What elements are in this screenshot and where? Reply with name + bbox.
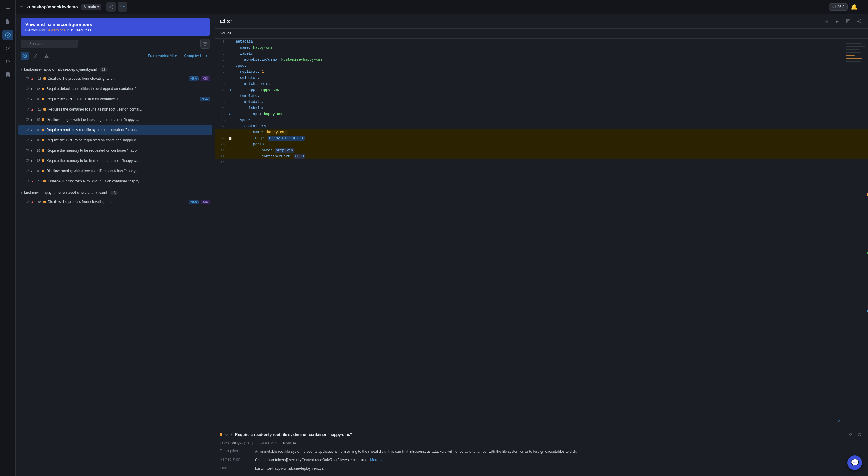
error-count: 0 errors bbox=[25, 28, 38, 32]
svg-rect-23 bbox=[846, 61, 861, 62]
issue-text: Disallow running with a low group ID on … bbox=[48, 179, 210, 183]
nav-forward-button[interactable]: ▶ bbox=[833, 17, 841, 25]
svg-rect-18 bbox=[846, 54, 858, 54]
code-area[interactable]: 3 metadata: 4 name: happy-cms 5 labels: bbox=[215, 39, 868, 425]
location-row: Location kustomize-happy-cms/base/deploy… bbox=[220, 466, 863, 471]
summary-in: in bbox=[66, 28, 69, 32]
file-view-icon[interactable] bbox=[844, 17, 852, 25]
notification-icon[interactable]: 🔔 bbox=[851, 4, 858, 10]
issue-item[interactable]: 🛡 ▾ 18 Require the CPU to be requested o… bbox=[18, 135, 212, 145]
scan-button[interactable] bbox=[21, 52, 29, 60]
code-line: 10 matchLabels: bbox=[215, 81, 868, 87]
check-circle-icon[interactable] bbox=[2, 30, 13, 40]
arrow-down-icon: ▾ bbox=[31, 98, 32, 101]
group-by-button[interactable]: Group by file ▾ bbox=[182, 53, 210, 59]
code-line: 7 spec: bbox=[215, 63, 868, 69]
hamburger-icon[interactable]: ☰ bbox=[19, 4, 24, 10]
issue-item[interactable]: 🛡 ▾ 18 Disallow running with a low user … bbox=[18, 166, 212, 176]
menu-icon[interactable]: ☰ bbox=[2, 3, 13, 14]
frameworks-filter-button[interactable]: Frameworks: All ▾ bbox=[146, 53, 179, 59]
code-lines: 3 metadata: 4 name: happy-cms 5 labels: bbox=[215, 39, 868, 165]
content-row: View and fix misconfigurations 0 errors … bbox=[16, 14, 868, 476]
branch-name: main bbox=[88, 5, 96, 9]
search-input[interactable] bbox=[21, 39, 78, 48]
svg-point-6 bbox=[857, 21, 858, 22]
issue-number: 18 bbox=[34, 138, 40, 142]
issue-number: 18 bbox=[34, 97, 40, 101]
issue-item[interactable]: 🛡 ▲ 18 Disallow the process from elevati… bbox=[18, 73, 212, 84]
cis-badge: CIS bbox=[201, 200, 210, 204]
code-line-highlighted: 18 - name: happy-cms bbox=[215, 129, 868, 135]
panel-summary: 0 errors and 74 warnings in 15 resources bbox=[25, 28, 205, 32]
tab-source[interactable]: Source bbox=[215, 29, 236, 38]
shield-icon: 🛡 bbox=[25, 118, 29, 122]
left-panel: View and fix misconfigurations 0 errors … bbox=[16, 14, 215, 476]
svg-point-3 bbox=[112, 8, 113, 9]
git-branch-icon[interactable] bbox=[2, 43, 13, 54]
issue-text: Require the CPU to be limited on contain… bbox=[46, 97, 197, 101]
issue-item-selected[interactable]: 🛡 ▾ 18 Require a read-only root file sys… bbox=[18, 125, 212, 135]
description-value: An immutable root file system prevents a… bbox=[255, 449, 863, 454]
chat-bubble[interactable]: 💬 bbox=[847, 455, 862, 470]
file-chevron-icon: ▾ bbox=[21, 67, 22, 71]
filter-button[interactable] bbox=[200, 39, 210, 49]
issue-item[interactable]: 🛡 ▲ 18 Disallow running with a low group… bbox=[18, 176, 212, 186]
chat-icon: 💬 bbox=[851, 459, 859, 467]
issue-item[interactable]: 🛡 ▾ 18 Require default capabilities to b… bbox=[18, 84, 212, 94]
file-count: 11 bbox=[100, 67, 107, 71]
issue-item[interactable]: 🛡 ▲ 53 Disallow the process from elevati… bbox=[18, 197, 212, 207]
code-line: 16 spec: bbox=[215, 117, 868, 123]
svg-rect-22 bbox=[846, 60, 864, 60]
code-line: 8 replicas: 1 bbox=[215, 69, 868, 75]
detail-meta: Open Policy Agent | no-writable-fs | KSV… bbox=[220, 441, 863, 445]
issue-item[interactable]: 🛡 ▾ 18 Require the memory to be limited … bbox=[18, 156, 212, 166]
refresh-icon[interactable] bbox=[118, 2, 127, 12]
bookmark-icon[interactable] bbox=[2, 69, 13, 80]
edit-button[interactable] bbox=[31, 52, 40, 60]
detail-edit-icon[interactable] bbox=[847, 431, 854, 438]
share-icon[interactable] bbox=[106, 2, 116, 12]
share-code-icon[interactable]: ⤢ bbox=[837, 418, 841, 423]
description-label: Description bbox=[220, 449, 250, 454]
arrow-up-icon: ▲ bbox=[31, 77, 34, 80]
file-header[interactable]: ▾ kustomize-happy-cms/base/deployment.ya… bbox=[18, 66, 212, 73]
svg-point-2 bbox=[112, 5, 113, 6]
svg-point-7 bbox=[860, 19, 861, 20]
code-line: 15 ▶ app: happy-cms bbox=[215, 111, 868, 117]
branch-selector[interactable]: main ▾ bbox=[81, 4, 101, 10]
detail-settings-icon[interactable] bbox=[856, 431, 863, 438]
nav-back-button[interactable]: ◀ bbox=[822, 17, 831, 25]
issue-item[interactable]: 🛡 ▾ 19 Disallow images with the latest t… bbox=[18, 115, 212, 125]
svg-rect-11 bbox=[846, 43, 862, 44]
share-editor-icon[interactable] bbox=[855, 17, 863, 25]
summary-and: and bbox=[39, 28, 45, 32]
files-icon[interactable] bbox=[2, 16, 13, 27]
file-header[interactable]: ▾ kustomize-happy-cms/overlays/local/dat… bbox=[18, 189, 212, 197]
svg-rect-20 bbox=[846, 57, 860, 57]
cis-badge: CIS bbox=[201, 76, 210, 81]
arrow-down-icon: ▾ bbox=[31, 159, 32, 162]
toolbar-row: Frameworks: All ▾ Group by file ▾ bbox=[21, 52, 210, 60]
file-name: kustomize-happy-cms/base/deployment.yaml bbox=[24, 67, 97, 71]
remediation-row: Remediation Change 'containers[].securit… bbox=[220, 457, 863, 463]
svg-point-1 bbox=[109, 6, 111, 7]
panel-header: View and fix misconfigurations 0 errors … bbox=[16, 14, 215, 66]
more-options-icon[interactable]: ··· bbox=[861, 4, 864, 10]
version-badge[interactable]: v1.26.3 bbox=[829, 3, 847, 10]
svg-rect-16 bbox=[846, 51, 857, 51]
issue-number: 18 bbox=[36, 107, 42, 111]
detail-actions bbox=[847, 431, 863, 438]
remediation-text: Change 'containers[].securityContext.rea… bbox=[255, 458, 369, 462]
sync-icon[interactable] bbox=[2, 56, 13, 67]
issue-text: Disallow images with the latest tag on c… bbox=[46, 118, 210, 122]
remediation-value: Change 'containers[].securityContext.rea… bbox=[255, 457, 863, 463]
svg-rect-13 bbox=[846, 46, 865, 47]
issue-item[interactable]: 🛡 ▾ 18 Require the CPU to be limited on … bbox=[18, 94, 212, 104]
download-button[interactable] bbox=[42, 52, 51, 60]
issue-item[interactable]: 🛡 ▲ 18 Requires the container to runs as… bbox=[18, 104, 212, 115]
code-line: 23 bbox=[215, 159, 868, 165]
issue-item[interactable]: 🛡 ▾ 18 Require the memory to be requeste… bbox=[18, 145, 212, 156]
scroll-indicator-warn bbox=[867, 193, 868, 196]
frameworks-chevron-icon: ▾ bbox=[175, 54, 177, 58]
remediation-more-link[interactable]: More → bbox=[370, 458, 383, 462]
